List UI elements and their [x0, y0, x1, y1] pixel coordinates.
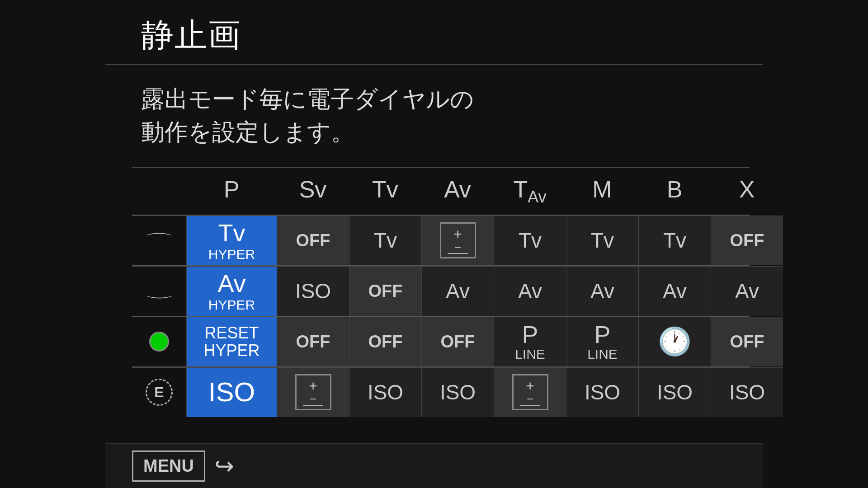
cell-row2-Av[interactable]: Av: [421, 266, 494, 316]
settings-table: P Sv Tv Av TAv M B X ⌒ Tv HYPER OFF Tv +…: [105, 167, 763, 443]
exposure-icon: E: [132, 367, 186, 417]
cell-row1-B[interactable]: Tv: [638, 216, 711, 265]
cell-row4-P[interactable]: ISO: [186, 367, 277, 417]
cell-row4-Av[interactable]: ISO: [421, 367, 494, 417]
cell-row3-M[interactable]: P LINE: [566, 317, 638, 366]
cell-row4-TAv[interactable]: + −: [494, 367, 566, 417]
cell-row2-P[interactable]: Av HYPER: [186, 266, 277, 316]
cell-row3-Sv[interactable]: OFF: [277, 317, 349, 366]
cell-row2-TAv[interactable]: Av: [494, 266, 566, 316]
cell-row1-M[interactable]: Tv: [566, 216, 638, 265]
row-3: RESET HYPER OFF OFF OFF P LINE P LINE 🕐 …: [132, 316, 750, 366]
cell-row3-B[interactable]: 🕐: [638, 317, 711, 366]
row-1: ⌒ Tv HYPER OFF Tv + − Tv Tv Tv OFF: [132, 215, 750, 265]
back-icon[interactable]: ↩: [214, 452, 234, 479]
dial-bottom-icon: ⌒: [132, 266, 186, 316]
cell-row1-Sv[interactable]: OFF: [277, 216, 349, 265]
cell-row4-M[interactable]: ISO: [566, 367, 638, 417]
header-P: P: [186, 168, 277, 215]
header-X: X: [711, 168, 783, 215]
cell-row2-X[interactable]: Av: [711, 266, 783, 316]
dial-top-icon: ⌒: [132, 216, 186, 265]
cell-row4-B[interactable]: ISO: [638, 367, 711, 417]
cell-row4-Tv[interactable]: ISO: [349, 367, 421, 417]
cell-row3-Tv[interactable]: OFF: [349, 317, 421, 366]
column-headers: P Sv Tv Av TAv M B X: [132, 167, 750, 215]
header-Av: Av: [421, 168, 494, 215]
cell-row1-Tv[interactable]: Tv: [349, 216, 421, 265]
row-2: ⌒ Av HYPER ISO OFF Av Av Av Av Av: [132, 265, 750, 316]
footer: MENU ↩: [105, 443, 763, 488]
cell-row1-TAv[interactable]: Tv: [494, 216, 566, 265]
cell-row3-X[interactable]: OFF: [711, 317, 783, 366]
cell-row2-Sv[interactable]: ISO: [277, 266, 349, 316]
cell-row1-P[interactable]: Tv HYPER: [186, 216, 277, 265]
dot-icon: [132, 317, 186, 366]
header-empty: [132, 168, 186, 215]
header: 静止画: [105, 14, 763, 64]
header-Sv: Sv: [277, 168, 349, 215]
header-Tv: Tv: [349, 168, 421, 215]
cell-row1-Av[interactable]: + −: [421, 216, 494, 265]
header-M: M: [566, 168, 638, 215]
description-text: 露出モード毎に電子ダイヤルの動作を設定します。: [105, 65, 763, 167]
cell-row2-B[interactable]: Av: [638, 266, 711, 316]
cell-row4-X[interactable]: ISO: [711, 367, 783, 417]
menu-button[interactable]: MENU: [132, 450, 205, 482]
row-4: E ISO + − ISO ISO + − ISO ISO: [132, 366, 750, 417]
header-TAv: TAv: [494, 168, 566, 215]
page-title: 静止画: [141, 14, 736, 57]
cell-row1-X[interactable]: OFF: [711, 216, 783, 265]
cell-row3-TAv[interactable]: P LINE: [494, 317, 566, 366]
header-B: B: [638, 168, 711, 215]
cell-row3-Av[interactable]: OFF: [421, 317, 494, 366]
cell-row2-M[interactable]: Av: [566, 266, 638, 316]
cell-row2-Tv[interactable]: OFF: [349, 266, 421, 316]
cell-row3-P[interactable]: RESET HYPER: [186, 317, 277, 366]
cell-row4-Sv[interactable]: + −: [277, 367, 349, 417]
main-screen: 静止画 露出モード毎に電子ダイヤルの動作を設定します。 P Sv Tv Av T…: [105, 0, 763, 488]
